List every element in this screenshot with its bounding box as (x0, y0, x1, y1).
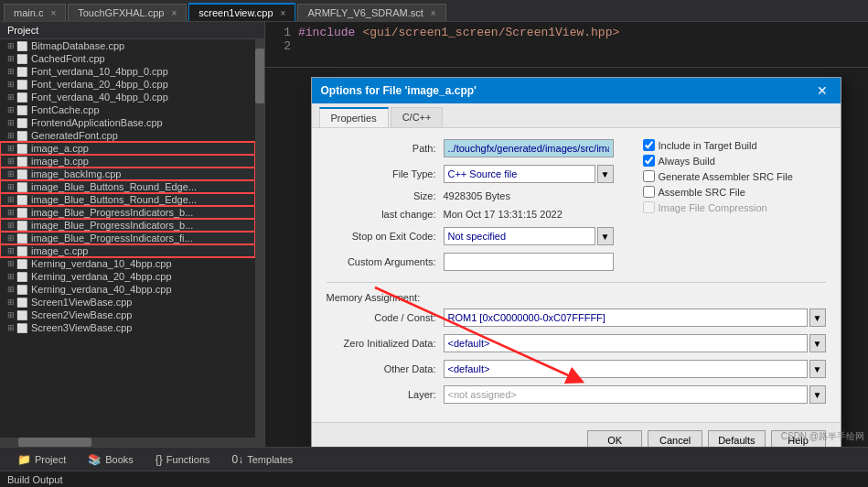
expand-icon: ⊞ (7, 323, 15, 332)
other-data-input[interactable] (444, 360, 808, 378)
assemble-src-row: Assemble SRC File (643, 186, 826, 198)
scrollbar-thumb[interactable] (255, 49, 264, 103)
file-name: Kerning_verdana_10_4bpp.cpp (31, 258, 172, 269)
file-name: CachedFont.cpp (31, 53, 105, 64)
custom-args-input[interactable] (444, 253, 614, 271)
size-row: Size: 4928305 Bytes (327, 190, 614, 201)
assemble-src-checkbox[interactable] (643, 186, 655, 198)
list-item[interactable]: ⊞⬜image_b.cpp (0, 155, 255, 168)
image-compression-label: Image File Compression (659, 202, 767, 213)
file-name: image_backImg.cpp (31, 168, 121, 179)
list-item[interactable]: ⊞⬜Font_verdana_20_4bpp_0.cpp (0, 78, 255, 91)
bottom-tab-templates[interactable]: 0↓ Templates (222, 450, 304, 469)
code-include-keyword: #include (298, 26, 355, 39)
cpp-icon: ⬜ (16, 221, 27, 231)
include-target-checkbox[interactable] (643, 139, 655, 151)
size-label: Size: (327, 190, 436, 201)
project-icon: 📁 (17, 453, 31, 466)
zero-init-select-wrapper: ▼ (444, 334, 826, 352)
list-item[interactable]: ⊞⬜image_Blue_ProgressIndicators_b... (0, 219, 255, 232)
list-item[interactable]: ⊞⬜Kerning_verdana_40_4bpp.cpp (0, 283, 255, 296)
path-input[interactable] (444, 139, 614, 157)
list-item[interactable]: ⊞⬜image_c.cpp (0, 244, 255, 257)
last-change-row: last change: Mon Oct 17 13:31:15 2022 (327, 209, 614, 220)
list-item[interactable]: ⊞⬜CachedFont.cpp (0, 52, 255, 65)
list-item[interactable]: ⊞⬜image_Blue_ProgressIndicators_fi... (0, 232, 255, 244)
stop-exit-input[interactable] (444, 227, 595, 245)
dialog-tab-properties[interactable]: Properties (319, 107, 389, 127)
list-item[interactable]: ⊞⬜image_backImg.cpp (0, 168, 255, 180)
cpp-icon: ⬜ (16, 310, 27, 320)
image-compression-checkbox[interactable] (643, 201, 655, 213)
file-name: image_c.cpp (31, 245, 88, 256)
tab-screen1view-close[interactable]: × (281, 8, 286, 18)
list-item[interactable]: ⊞⬜Kerning_verdana_20_4bpp.cpp (0, 270, 255, 283)
bottom-tab-books[interactable]: 📚 Books (78, 450, 144, 469)
ok-button[interactable]: OK (587, 430, 642, 447)
tab-main-c[interactable]: main.c × (4, 4, 66, 21)
list-item[interactable]: ⊞⬜FontCache.cpp (0, 103, 255, 116)
generate-assembler-checkbox[interactable] (643, 170, 655, 182)
file-name: Font_verdana_20_4bpp_0.cpp (31, 79, 168, 90)
list-item[interactable]: ⊞⬜Kerning_verdana_10_4bpp.cpp (0, 257, 255, 270)
cpp-icon: ⬜ (16, 195, 27, 205)
expand-icon: ⊞ (7, 208, 15, 217)
h-scrollbar-thumb[interactable] (18, 438, 91, 447)
stop-exit-row: Stop on Exit Code: ▼ (327, 227, 614, 245)
tab-sdram-close[interactable]: × (431, 8, 436, 18)
cpp-icon: ⬜ (16, 41, 27, 51)
tab-sdram[interactable]: ARMFLY_V6_SDRAM.sct × (297, 4, 445, 21)
list-item[interactable]: ⊞⬜image_Blue_Buttons_Round_Edge... (0, 193, 255, 206)
bottom-tab-project[interactable]: 📁 Project (7, 450, 76, 469)
layer-dropdown-btn[interactable]: ▼ (809, 385, 826, 404)
file-type-input[interactable] (444, 165, 595, 183)
list-item[interactable]: ⊞⬜Font_verdana_10_4bpp_0.cpp (0, 65, 255, 78)
file-name: Font_verdana_40_4bpp_0.cpp (31, 92, 168, 103)
horizontal-scrollbar[interactable] (0, 438, 264, 447)
file-name: image_Blue_ProgressIndicators_b... (31, 207, 193, 218)
code-const-input[interactable] (444, 308, 808, 327)
dialog-tab-cpp[interactable]: C/C++ (391, 107, 444, 127)
file-type-select-wrapper: ▼ (444, 165, 614, 183)
list-item[interactable]: ⊞⬜image_Blue_Buttons_Round_Edge... (0, 180, 255, 193)
tab-main-c-close[interactable]: × (50, 8, 56, 18)
list-item[interactable]: ⊞⬜image_Blue_ProgressIndicators_b... (0, 206, 255, 219)
file-name: FontCache.cpp (31, 104, 100, 115)
expand-icon: ⊞ (7, 221, 15, 230)
list-item[interactable]: ⊞⬜BitmapDatabase.cpp (0, 39, 255, 52)
layer-input[interactable] (444, 385, 808, 404)
bottom-tab-functions[interactable]: {} Functions (145, 450, 220, 469)
bottom-tab-templates-label: Templates (247, 454, 293, 465)
tab-touchgfxhal-close[interactable]: × (171, 8, 177, 18)
vertical-scrollbar[interactable] (255, 39, 264, 438)
stop-exit-dropdown-btn[interactable]: ▼ (597, 227, 614, 245)
file-type-dropdown-btn[interactable]: ▼ (597, 165, 614, 183)
other-data-dropdown-btn[interactable]: ▼ (809, 360, 826, 378)
expand-icon: ⊞ (7, 233, 15, 243)
file-list: ⊞⬜BitmapDatabase.cpp⊞⬜CachedFont.cpp⊞⬜Fo… (0, 39, 255, 438)
cancel-button[interactable]: Cancel (648, 430, 702, 447)
zero-init-input[interactable] (444, 334, 808, 352)
tab-touchgfxhal[interactable]: TouchGFXHAL.cpp × (68, 4, 187, 21)
cpp-icon: ⬜ (16, 298, 27, 308)
dialog-close-button[interactable]: ✕ (813, 83, 831, 98)
code-const-dropdown-btn[interactable]: ▼ (809, 308, 826, 327)
file-name: GeneratedFont.cpp (31, 130, 118, 141)
list-item[interactable]: ⊞⬜image_a.cpp (0, 142, 255, 155)
line-num-2: 2 (273, 39, 291, 53)
list-item[interactable]: ⊞⬜Screen3ViewBase.cpp (0, 321, 255, 334)
list-item[interactable]: ⊞⬜FrontendApplicationBase.cpp (0, 116, 255, 129)
zero-init-dropdown-btn[interactable]: ▼ (809, 334, 826, 352)
always-build-checkbox[interactable] (643, 155, 655, 167)
defaults-button[interactable]: Defaults (708, 430, 765, 447)
list-item[interactable]: ⊞⬜Font_verdana_40_4bpp_0.cpp (0, 91, 255, 103)
list-item[interactable]: ⊞⬜Screen1ViewBase.cpp (0, 296, 255, 308)
expand-icon: ⊞ (7, 105, 15, 114)
dialog-title: Options for File 'image_a.cpp' (321, 84, 477, 97)
file-name: image_Blue_ProgressIndicators_fi... (31, 233, 193, 244)
dialog-footer: OK Cancel Defaults Help (312, 422, 841, 447)
tab-screen1view[interactable]: screen1view.cpp × (188, 3, 295, 21)
list-item[interactable]: ⊞⬜GeneratedFont.cpp (0, 129, 255, 142)
custom-args-label: Custom Arguments: (327, 256, 436, 267)
list-item[interactable]: ⊞⬜Screen2ViewBase.cpp (0, 308, 255, 321)
